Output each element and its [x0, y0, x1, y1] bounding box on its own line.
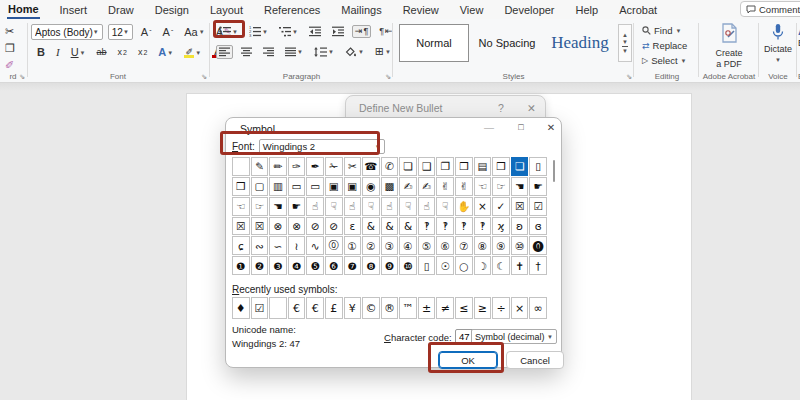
symbol-cell[interactable]: ✆ — [381, 157, 399, 176]
cancel-button[interactable]: Cancel — [506, 351, 564, 369]
symbol-cell[interactable]: ϗ — [492, 217, 510, 236]
symbol-cell[interactable]: ▥ — [269, 177, 287, 196]
shrink-font-button[interactable]: Aˇ — [160, 25, 177, 40]
symbol-cell[interactable]: ✑ — [288, 157, 306, 176]
font-dialog-launcher[interactable]: ⇘ — [201, 73, 207, 81]
symbol-cell[interactable]: ❶ — [232, 256, 250, 275]
symbol-cell[interactable]: ▤ — [474, 157, 492, 176]
symbol-cell[interactable]: ‽ — [436, 217, 454, 236]
borders-button[interactable]: ⊞▼ — [372, 44, 394, 59]
symbol-cell[interactable]: ⑩ — [511, 236, 529, 255]
symbol-cell[interactable]: ▣ — [344, 177, 362, 196]
symbol-cell[interactable]: ✍ — [399, 177, 417, 196]
ltr-direction-button[interactable]: ⇥¶ — [352, 25, 371, 38]
underline-button[interactable]: U▼ — [68, 45, 89, 60]
grow-font-button[interactable]: Aˆ — [138, 25, 155, 40]
symbol-cell[interactable]: ❺ — [306, 256, 324, 275]
menu-tab-draw[interactable]: Draw — [107, 1, 135, 18]
symbol-cell[interactable]: ☝ — [344, 197, 362, 216]
symbol-cell[interactable]: ✍ — [418, 177, 436, 196]
symbol-cell[interactable]: ☽ — [474, 256, 492, 275]
symbol-cell[interactable]: ☑ — [529, 197, 547, 216]
symbol-cell[interactable]: ❑ — [418, 157, 436, 176]
multilevel-list-button[interactable]: ▼ — [276, 24, 301, 39]
strikethrough-button[interactable]: ab — [94, 46, 110, 59]
symbol-cell[interactable]: ① — [344, 236, 362, 255]
symbol-cell[interactable]: ✋ — [455, 197, 473, 216]
find-button[interactable]: Find▼ — [642, 23, 698, 38]
maximize-icon[interactable]: □ — [514, 122, 528, 132]
symbol-cell[interactable]: ɞ — [529, 217, 547, 236]
align-right-button[interactable] — [260, 45, 277, 59]
symbol-cell[interactable]: ⊘ — [325, 217, 343, 236]
shading-button[interactable]: ▼ — [342, 45, 367, 59]
symbol-cell[interactable]: ⊘ — [306, 217, 324, 236]
symbol-cell[interactable]: ☒ — [511, 197, 529, 216]
bullets-button[interactable]: ▼ — [216, 24, 241, 39]
symbol-cell[interactable]: ☚ — [269, 197, 287, 216]
menu-tab-home[interactable]: Home — [7, 0, 40, 19]
clipboard-dialog-launcher[interactable]: ⇘ — [19, 73, 25, 81]
symbol-cell[interactable]: & — [362, 217, 380, 236]
help-icon[interactable]: ? — [498, 102, 504, 114]
symbol-cell[interactable]: ☝ — [306, 197, 324, 216]
comments-button[interactable]: Comment — [740, 1, 800, 17]
symbol-cell[interactable]: ▭ — [288, 177, 306, 196]
symbol-cell[interactable]: ☒ — [232, 217, 250, 236]
style-gallery-scrollbar[interactable]: ▲ ▼ ▼ — [618, 24, 632, 62]
symbol-cell[interactable]: ② — [362, 236, 380, 255]
bold-button[interactable]: B — [34, 45, 48, 60]
recent-symbol-cell[interactable]: € — [306, 297, 324, 319]
symbol-cell[interactable]: ✂ — [344, 157, 362, 176]
symbol-cell[interactable]: ③ — [381, 236, 399, 255]
symbol-cell[interactable]: ✌ — [436, 177, 454, 196]
text-effects-button[interactable]: A▼ — [155, 45, 176, 60]
symbol-cell[interactable]: ❼ — [344, 256, 362, 275]
close-icon[interactable]: ✕ — [544, 122, 558, 133]
menu-tab-insert[interactable]: Insert — [59, 1, 89, 18]
recent-symbol-cell[interactable]: ™ — [399, 297, 417, 319]
recent-symbol-cell[interactable]: ≤ — [455, 297, 473, 319]
symbol-cell[interactable]: ✏ — [269, 157, 287, 176]
menu-tab-acrobat[interactable]: Acrobat — [618, 1, 658, 18]
menu-tab-layout[interactable]: Layout — [209, 1, 244, 18]
gallery-down-icon[interactable]: ▼ — [622, 39, 628, 45]
symbol-cell[interactable]: ☾ — [492, 256, 510, 275]
symbol-cell[interactable]: × — [474, 197, 492, 216]
symbol-cell[interactable]: ❹ — [288, 256, 306, 275]
symbol-cell[interactable]: ❒ — [455, 157, 473, 176]
symbol-cell[interactable]: ⑧ — [474, 236, 492, 255]
numbering-button[interactable]: 123 ▼ — [246, 24, 271, 39]
recent-symbol-cell[interactable]: ≠ — [436, 297, 454, 319]
increase-indent-button[interactable] — [329, 24, 347, 39]
menu-tab-references[interactable]: References — [263, 1, 321, 18]
symbol-cell[interactable]: ‽ — [474, 217, 492, 236]
symbol-cell[interactable]: ☞ — [251, 197, 269, 216]
symbol-cell[interactable]: ✁ — [325, 157, 343, 176]
menu-tab-review[interactable]: Review — [402, 1, 440, 18]
symbol-cell[interactable]: ☉ — [436, 256, 454, 275]
recent-symbol-cell[interactable]: ® — [381, 297, 399, 319]
symbol-grid-scrollbar[interactable] — [553, 160, 555, 182]
copy-button[interactable]: ❐ — [2, 41, 18, 56]
symbol-cell[interactable]: ☟ — [325, 197, 343, 216]
menu-tab-design[interactable]: Design — [154, 1, 190, 18]
highlight-button[interactable]: ✐▼ — [181, 46, 204, 60]
symbol-cell[interactable]: ‽ — [418, 217, 436, 236]
symbol-cell[interactable]: ✒ — [306, 157, 324, 176]
symbol-cell[interactable]: ❿ — [399, 256, 417, 275]
recent-symbol-cell[interactable] — [269, 297, 287, 319]
font-size-combo[interactable]: 12▼ — [108, 24, 133, 40]
symbol-cell[interactable]: ⑦ — [455, 236, 473, 255]
paragraph-dialog-launcher[interactable]: ⇘ — [385, 73, 391, 81]
symbol-cell[interactable]: ⓿ — [529, 236, 547, 255]
symbol-cell[interactable]: ⊗ — [269, 217, 287, 236]
menu-tab-mailings[interactable]: Mailings — [340, 1, 382, 18]
menu-tab-help[interactable]: Help — [575, 1, 600, 18]
symbol-cell-selected[interactable]: ❏ — [511, 157, 529, 176]
symbol-cell[interactable]: ⊗ — [288, 217, 306, 236]
symbol-cell[interactable]: ☜ — [232, 197, 250, 216]
style-normal[interactable]: Normal — [399, 24, 469, 62]
change-case-button[interactable]: Aa▼ — [181, 25, 207, 40]
recent-symbol-cell[interactable]: ≥ — [474, 297, 492, 319]
